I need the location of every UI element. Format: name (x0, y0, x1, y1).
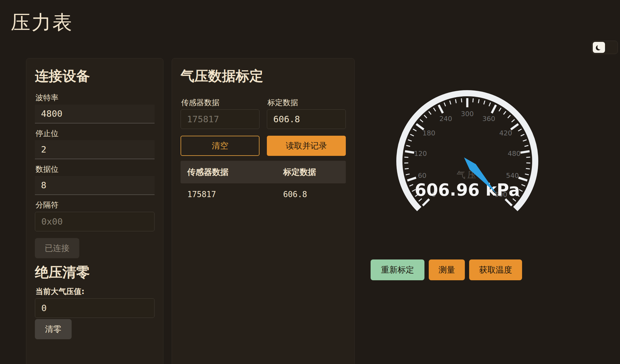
sensor-data-label: 传感器数据 (181, 97, 260, 108)
table-header-calib: 标定数据 (276, 167, 346, 178)
page-title: 压力表 (11, 9, 73, 36)
pressure-gauge-svg: 060120180240300360420480540600气压606.96 k… (395, 89, 539, 233)
calibration-table: 传感器数据 标定数据 175817 606.8 (181, 161, 346, 205)
moon-icon (597, 44, 603, 50)
stop-bits-input[interactable] (35, 140, 155, 159)
separator-label: 分隔符 (35, 200, 155, 210)
svg-text:540: 540 (506, 172, 519, 179)
data-bits-label: 数据位 (35, 164, 155, 174)
separator-input[interactable] (35, 212, 155, 231)
svg-text:300: 300 (461, 110, 474, 118)
current-pressure-label: 当前大气压值: (35, 286, 155, 296)
sensor-data-input[interactable] (181, 109, 260, 129)
read-and-record-button[interactable]: 读取并记录 (267, 136, 346, 156)
svg-text:60: 60 (418, 172, 427, 179)
calib-data-input[interactable] (267, 109, 346, 129)
svg-text:240: 240 (439, 115, 452, 123)
table-header-sensor: 传感器数据 (181, 167, 276, 178)
connect-panel-title: 连接设备 (35, 67, 155, 85)
calib-data-label: 标定数据 (267, 97, 346, 108)
svg-text:120: 120 (414, 150, 427, 157)
baud-rate-input[interactable] (35, 105, 155, 123)
zero-button[interactable]: 清零 (35, 319, 72, 339)
calibration-panel-title: 气压数据标定 (181, 67, 346, 85)
table-row: 175817 606.8 (181, 183, 346, 205)
measure-button[interactable]: 测量 (429, 259, 465, 280)
baud-rate-label: 波特率 (35, 93, 155, 103)
calibration-panel: 气压数据标定 传感器数据 标定数据 清空 读取并记录 传感器数据 标定数据 17… (172, 58, 355, 364)
theme-toggle-knob (593, 42, 605, 53)
table-cell-calib: 606.8 (276, 190, 346, 199)
svg-text:606.96 kPa: 606.96 kPa (415, 180, 520, 200)
data-bits-input[interactable] (35, 176, 155, 195)
svg-text:360: 360 (482, 115, 495, 123)
stop-bits-label: 停止位 (35, 128, 155, 138)
gauge-actions: 重新标定 测量 获取温度 (371, 259, 522, 280)
clear-button[interactable]: 清空 (181, 136, 260, 156)
recalibrate-button[interactable]: 重新标定 (371, 259, 424, 280)
connect-device-panel: 连接设备 波特率 停止位 数据位 分隔符 已连接 绝压清零 当前大气压值: 清零 (26, 58, 163, 364)
pressure-gauge: 060120180240300360420480540600气压606.96 k… (395, 89, 539, 233)
pressure-gauge-app: 压力表 连接设备 波特率 停止位 数据位 分隔符 已连接 绝压清零 当前大气压值… (0, 0, 620, 364)
current-pressure-input[interactable] (35, 298, 155, 318)
svg-text:180: 180 (423, 129, 435, 137)
svg-text:420: 420 (499, 129, 512, 137)
absolute-zero-title: 绝压清零 (35, 263, 155, 281)
calibration-table-header: 传感器数据 标定数据 (181, 161, 346, 183)
table-cell-sensor: 175817 (181, 190, 276, 199)
svg-text:480: 480 (508, 150, 521, 157)
theme-toggle[interactable] (592, 41, 618, 54)
get-temperature-button[interactable]: 获取温度 (469, 259, 522, 280)
connected-button[interactable]: 已连接 (35, 238, 79, 258)
